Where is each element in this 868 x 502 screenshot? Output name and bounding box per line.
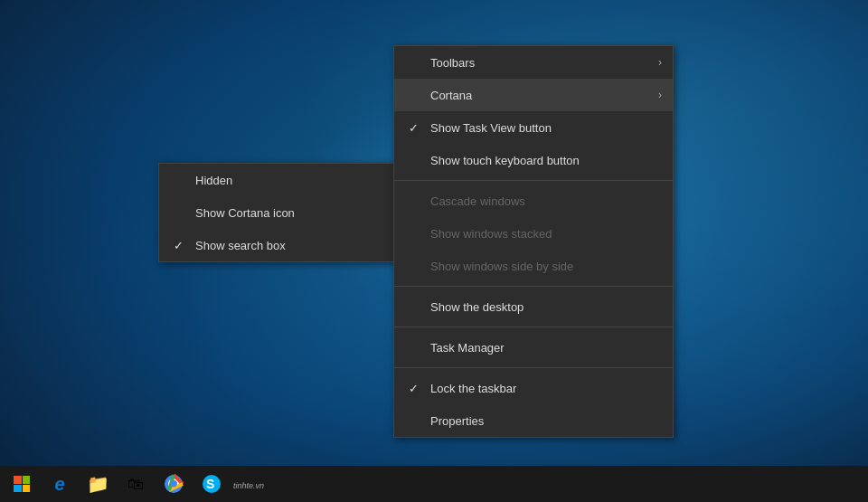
menu-item-cascade-windows: Cascade windows <box>394 185 673 217</box>
context-menu-main: Toolbars › Cortana › ✓ Show Task View bu… <box>393 45 674 438</box>
edge-icon-button[interactable]: e <box>42 466 78 502</box>
menu-item-label: Show touch keyboard button <box>430 154 580 167</box>
menu-item-label: Cascade windows <box>430 194 525 208</box>
menu-item-label: Show the desktop <box>430 300 524 314</box>
logo-text: tinhte.vn <box>233 481 264 490</box>
chrome-button[interactable] <box>156 466 192 502</box>
menu-item-toolbars[interactable]: Toolbars › <box>394 46 673 79</box>
menu-item-lock-taskbar[interactable]: ✓ Lock the taskbar <box>394 372 673 404</box>
menu-item-task-manager[interactable]: Task Manager <box>394 331 673 364</box>
file-explorer-button[interactable]: 📁 <box>80 466 116 502</box>
svg-point-3 <box>171 481 177 488</box>
menu-item-show-touch-keyboard[interactable]: Show touch keyboard button <box>394 144 673 176</box>
separator <box>394 180 673 181</box>
menu-item-show-cortana-icon[interactable]: Show Cortana icon <box>159 196 397 229</box>
menu-item-properties[interactable]: Properties <box>394 404 673 437</box>
menu-item-show-windows-stacked: Show windows stacked <box>394 217 673 250</box>
menu-item-label: Show Cortana icon <box>195 206 295 220</box>
menu-item-show-task-view[interactable]: ✓ Show Task View button <box>394 111 673 144</box>
separator <box>394 286 673 287</box>
menu-item-show-desktop[interactable]: Show the desktop <box>394 290 673 323</box>
store-icon: 🛍 <box>127 475 144 494</box>
skype-icon: S <box>202 474 222 494</box>
separator <box>394 367 673 368</box>
arrow-icon: › <box>658 89 662 101</box>
store-button[interactable]: 🛍 <box>118 466 154 502</box>
menu-item-cortana[interactable]: Cortana › <box>394 79 673 111</box>
menu-item-hidden[interactable]: Hidden <box>159 164 397 196</box>
checkmark-icon: ✓ <box>409 121 419 135</box>
menu-item-show-search-box[interactable]: ✓ Show search box <box>159 229 397 261</box>
menu-item-label: Show windows stacked <box>430 227 552 241</box>
checkmark-icon: ✓ <box>174 239 184 252</box>
menu-item-label: Cortana <box>430 89 472 102</box>
chrome-icon <box>164 474 184 494</box>
windows-logo-icon <box>14 476 30 492</box>
arrow-icon: › <box>658 56 662 69</box>
menu-item-label: Hidden <box>195 174 232 187</box>
menu-item-label: Show Task View button <box>430 121 552 135</box>
menu-item-show-windows-side: Show windows side by side <box>394 250 673 282</box>
menu-item-label: Toolbars <box>430 56 475 70</box>
menu-item-label: Lock the taskbar <box>430 382 516 395</box>
menu-item-label: Task Manager <box>430 341 505 355</box>
logo-area: tinhte.vn <box>233 476 264 492</box>
menu-item-label: Show search box <box>195 239 286 252</box>
skype-button[interactable]: S <box>193 466 230 502</box>
start-button[interactable] <box>4 466 40 502</box>
separator <box>394 327 673 327</box>
menu-item-label: Properties <box>430 414 484 428</box>
folder-icon: 📁 <box>87 473 109 495</box>
checkmark-icon: ✓ <box>409 382 419 395</box>
context-menu-cortana: Hidden Show Cortana icon ✓ Show search b… <box>158 163 398 262</box>
svg-text:S: S <box>206 477 214 491</box>
menu-item-label: Show windows side by side <box>430 260 573 273</box>
taskbar: e 📁 🛍 S tinhte.vn <box>0 466 868 502</box>
edge-icon: e <box>54 474 64 495</box>
